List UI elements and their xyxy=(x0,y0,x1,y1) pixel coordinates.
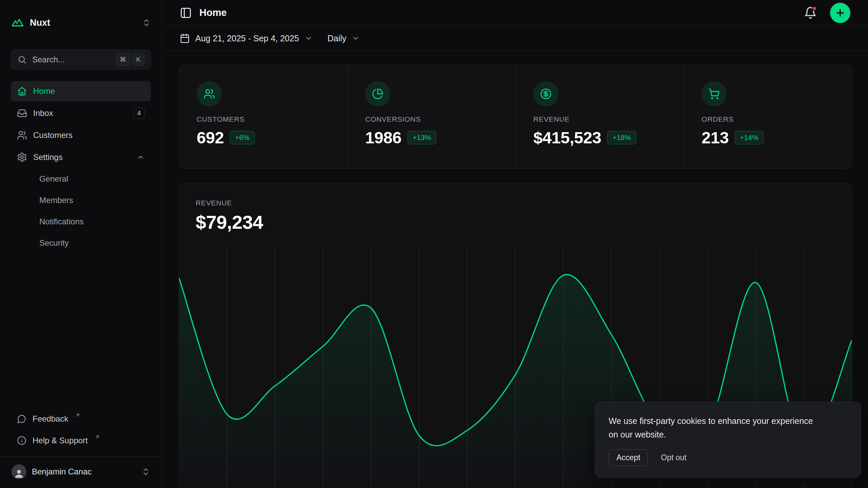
stat-value: 692 xyxy=(197,128,224,147)
search-placeholder: Search... xyxy=(32,55,111,64)
cookie-banner: We use first-party cookies to enhance yo… xyxy=(595,402,861,478)
info-circle-icon xyxy=(17,436,26,445)
nuxt-logo-icon xyxy=(11,16,24,29)
sidebar-item-home[interactable]: Home xyxy=(11,81,151,101)
stat-delta-badge: +13% xyxy=(408,131,436,144)
interval-value: Daily xyxy=(328,34,347,43)
brand-name: Nuxt xyxy=(30,18,50,28)
child-item-label: Security xyxy=(39,238,69,248)
feedback-label: Feedback xyxy=(33,414,68,424)
interval-select[interactable]: Daily xyxy=(328,34,360,43)
stat-label: ORDERS xyxy=(702,115,834,123)
chevrons-up-down-icon xyxy=(141,467,150,476)
revenue-chart-label: REVENUE xyxy=(196,199,835,207)
sidebar: Nuxt Search... ⌘ K Home xyxy=(0,0,162,488)
child-item-label: Members xyxy=(39,196,73,205)
inbox-icon xyxy=(17,108,27,118)
stat-label: REVENUE xyxy=(533,115,666,123)
revenue-chart-value: $79,234 xyxy=(196,211,835,233)
sidebar-item-settings[interactable]: Settings xyxy=(11,147,151,167)
sidebar-footer-links: Feedback Help & Support xyxy=(11,409,151,450)
stat-label: CONVERSIONS xyxy=(365,115,498,123)
external-link-icon xyxy=(75,412,80,418)
feedback-link[interactable]: Feedback xyxy=(11,409,151,429)
page-title: Home xyxy=(199,7,227,18)
stat-delta-badge: +18% xyxy=(607,131,636,144)
search-icon xyxy=(17,55,27,64)
cookie-message: We use first-party cookies to enhance yo… xyxy=(609,414,819,441)
avatar xyxy=(12,464,26,479)
help-support-link[interactable]: Help & Support xyxy=(11,431,151,450)
message-bubble-icon xyxy=(17,414,26,424)
sidebar-item-general[interactable]: General xyxy=(33,169,151,189)
plus-icon xyxy=(835,7,846,18)
pie-chart-icon xyxy=(365,81,390,106)
kbd-k: K xyxy=(132,53,144,66)
stat-conversions[interactable]: CONVERSIONS 1986 +13% xyxy=(347,65,515,168)
chevrons-up-down-icon xyxy=(142,18,151,27)
workspace-switcher[interactable]: Nuxt xyxy=(11,13,151,33)
date-range-value: Aug 21, 2025 - Sep 4, 2025 xyxy=(195,34,299,43)
notifications-button[interactable] xyxy=(801,3,820,22)
search-shortcut: ⌘ K xyxy=(116,53,144,66)
sidebar-item-customers[interactable]: Customers xyxy=(11,125,151,145)
sidebar-item-inbox[interactable]: Inbox 4 xyxy=(11,103,151,123)
sidebar-item-security[interactable]: Security xyxy=(33,233,151,253)
opt-out-button[interactable]: Opt out xyxy=(661,453,686,462)
stat-customers[interactable]: CUSTOMERS 692 +6% xyxy=(179,65,347,168)
stat-delta-badge: +6% xyxy=(230,131,255,144)
sidebar-item-label: Home xyxy=(33,86,145,96)
gear-icon xyxy=(17,152,27,162)
filters-toolbar: Aug 21, 2025 - Sep 4, 2025 Daily xyxy=(162,26,868,51)
dollar-circle-icon xyxy=(533,81,558,106)
page-header: Home xyxy=(162,0,868,26)
home-icon xyxy=(17,86,27,96)
kbd-meta: ⌘ xyxy=(116,53,130,66)
stat-orders[interactable]: ORDERS 213 +14% xyxy=(684,65,852,168)
chevron-down-icon xyxy=(352,34,360,42)
child-item-label: Notifications xyxy=(39,217,84,226)
sidebar-item-label: Customers xyxy=(33,130,145,140)
external-link-icon xyxy=(95,434,100,440)
stat-delta-badge: +14% xyxy=(735,131,763,144)
child-item-label: General xyxy=(39,174,68,184)
stat-value: 1986 xyxy=(365,128,401,147)
sidebar-divider xyxy=(0,456,162,457)
calendar-icon xyxy=(180,33,190,43)
shopping-cart-icon xyxy=(702,81,727,106)
stat-value: 213 xyxy=(702,128,729,147)
stats-row: CUSTOMERS 692 +6% CONVERSIONS 1986 +13% xyxy=(179,65,852,169)
sidebar-item-label: Inbox xyxy=(33,108,127,118)
user-name: Benjamin Canac xyxy=(32,467,136,476)
inbox-count-badge: 4 xyxy=(133,107,145,119)
sidebar-item-members[interactable]: Members xyxy=(33,190,151,210)
chevron-up-icon xyxy=(137,153,145,161)
user-menu[interactable]: Benjamin Canac xyxy=(7,460,155,483)
search-input[interactable]: Search... ⌘ K xyxy=(11,49,151,69)
sidebar-item-notifications[interactable]: Notifications xyxy=(33,212,151,231)
dashboard-panel-icon[interactable] xyxy=(180,7,192,19)
date-range-picker[interactable]: Aug 21, 2025 - Sep 4, 2025 xyxy=(180,33,313,43)
sidebar-nav: Home Inbox 4 Customers Settings xyxy=(11,81,151,253)
stat-label: CUSTOMERS xyxy=(197,115,330,123)
stat-value: $415,523 xyxy=(533,128,601,147)
sidebar-spacer xyxy=(0,253,162,409)
chevron-down-icon xyxy=(304,34,313,42)
users-icon xyxy=(197,81,222,106)
sidebar-item-label: Settings xyxy=(33,152,131,162)
add-button[interactable] xyxy=(830,3,850,23)
help-support-label: Help & Support xyxy=(33,436,88,445)
notification-dot xyxy=(812,6,817,11)
stat-revenue[interactable]: REVENUE $415,523 +18% xyxy=(515,65,684,168)
accept-cookies-button[interactable]: Accept xyxy=(609,449,648,466)
users-icon xyxy=(17,130,27,140)
